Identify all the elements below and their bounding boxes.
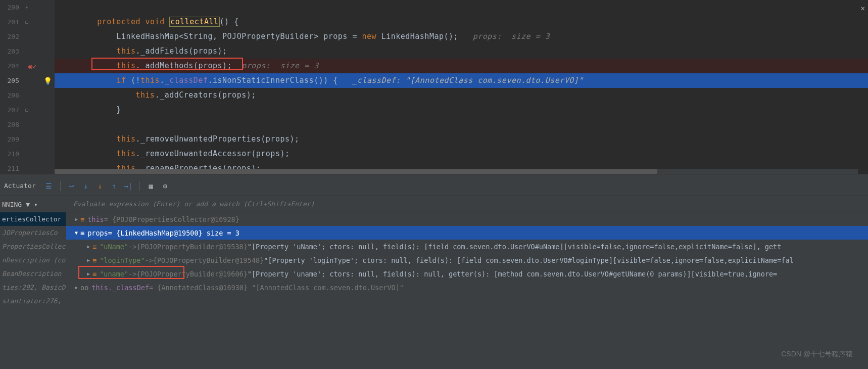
keyword: this xyxy=(140,76,160,85)
var-name: props xyxy=(87,229,108,237)
object-icon: ≡ xyxy=(92,243,97,251)
frames-header: NNING ▼ ▾ xyxy=(0,196,66,212)
line-number: 201 xyxy=(0,18,22,26)
inline-hint: props: size = 3 xyxy=(242,61,319,70)
keyword: this xyxy=(116,149,135,158)
keyword: protected xyxy=(97,17,140,26)
actuator-label: Actuator xyxy=(4,182,36,190)
highlight-box xyxy=(78,266,184,279)
thread-status: NNING xyxy=(2,201,22,208)
code-text: (! xyxy=(126,76,140,85)
line-number: 205 xyxy=(0,77,22,84)
var-value: "[Property 'uname'; ctors: null, field(s… xyxy=(248,270,777,278)
step-into-icon[interactable]: ↓ xyxy=(80,180,92,192)
variable-row[interactable]: ▶oothis._classDef = {AnnotatedClass@1693… xyxy=(66,281,868,294)
var-value: "[Property 'uName'; ctors: null, field(s… xyxy=(248,243,782,251)
line-number: 206 xyxy=(0,91,22,99)
filter-icon[interactable]: ▼ xyxy=(26,201,30,208)
method-name: collectAll xyxy=(169,17,219,27)
code-text xyxy=(59,90,136,100)
object-icon: ≡ xyxy=(80,215,84,223)
object-icon: ≡ xyxy=(92,256,97,264)
close-icon[interactable]: ✕ xyxy=(861,4,865,12)
stack-frame[interactable]: PropertiesCollec xyxy=(0,240,66,253)
frames-panel: NNING ▼ ▾ ertiesCollector ( JOProperties… xyxy=(0,196,66,369)
line-number: 204 xyxy=(0,62,22,70)
variable-row[interactable]: ▼≡props = {LinkedHashMap@19500} size = 3 xyxy=(66,226,868,240)
code-text: } xyxy=(59,105,121,114)
stack-frame[interactable]: BeanDescription xyxy=(0,267,66,281)
expand-icon[interactable]: ▶ xyxy=(84,257,92,263)
stack-frame[interactable]: ertiesCollector ( xyxy=(0,212,66,226)
keyword: void xyxy=(146,17,165,26)
code-text xyxy=(59,149,116,158)
expand-icon[interactable]: ▶ xyxy=(84,244,92,249)
keyword: this xyxy=(116,134,135,144)
line-number: 202 xyxy=(0,33,22,40)
fold-icon[interactable]: ⊟ xyxy=(25,107,28,113)
debug-toolbar: Actuator ☰ ⤻ ↓ ↓ ↑ →| ▦ ⚙ xyxy=(0,176,868,196)
inline-hint: _classDef: "[AnnotedClass com.seven.dto.… xyxy=(352,76,583,85)
force-step-into-icon[interactable]: ↓ xyxy=(94,180,106,192)
scrollbar-thumb[interactable] xyxy=(55,169,657,174)
code-text: LinkedHashMap<String, POJOPropertyBuilde… xyxy=(59,32,362,41)
map-entry-row[interactable]: ▶≡"uname" -> {POJOPropertyBuilder@19606}… xyxy=(66,267,868,281)
var-name: this xyxy=(87,215,104,223)
code-text xyxy=(59,76,116,85)
line-number: 208 xyxy=(0,121,22,128)
var-value: "[Property 'loginType'; ctors: null, fie… xyxy=(264,256,793,264)
code-text xyxy=(59,47,116,56)
map-key: "loginType" xyxy=(100,256,144,264)
run-to-cursor-icon[interactable]: →| xyxy=(122,180,134,192)
watermark: CSDN @十七号程序猿 xyxy=(781,350,853,359)
keyword: if xyxy=(116,76,126,85)
stack-frame[interactable]: stantiator:276, B xyxy=(0,294,66,308)
code-text: .isNonStaticInnerClass()) { xyxy=(208,76,352,85)
stack-frame[interactable]: ties:292, BasicDe xyxy=(0,281,66,294)
arrow-text: -> xyxy=(128,243,136,251)
line-number: 209 xyxy=(0,135,22,143)
variable-row[interactable]: ▶≡this = {POJOPropertiesCollector@16928} xyxy=(66,212,868,226)
expand-icon[interactable]: ▶ xyxy=(72,285,80,290)
watch-icon: oo xyxy=(80,284,88,292)
line-number: 211 xyxy=(0,165,22,172)
map-entry-row[interactable]: ▶≡"uName" -> {POJOPropertyBuilder@19538}… xyxy=(66,240,868,253)
var-name: this._classDef xyxy=(91,284,149,292)
line-number: 200 xyxy=(0,4,22,11)
step-out-icon[interactable]: ↑ xyxy=(108,180,120,192)
collapse-icon[interactable]: ▼ xyxy=(72,230,80,236)
map-entry-row[interactable]: ▶≡"loginType" -> {POJOPropertyBuilder@19… xyxy=(66,253,868,267)
settings-icon[interactable]: ⚙ xyxy=(159,180,171,192)
code-text: ._addFields(props); xyxy=(136,47,227,56)
line-number: 203 xyxy=(0,48,22,55)
stack-frame[interactable]: nDescription (co xyxy=(0,253,66,267)
fold-icon[interactable]: ▾ xyxy=(25,5,28,10)
var-value: = {POJOPropertiesCollector@16928} xyxy=(104,215,239,223)
arrow-text: -> xyxy=(145,256,153,264)
code-text: () { xyxy=(220,17,239,26)
code-content[interactable]: protected void collectAll() { LinkedHash… xyxy=(55,0,868,174)
map-key: "uName" xyxy=(100,243,128,251)
variables-panel: Evaluate expression (Enter) or add a wat… xyxy=(66,196,868,369)
code-text: ._addCreators(props); xyxy=(155,90,256,100)
horizontal-scrollbar[interactable] xyxy=(55,169,858,174)
intention-bulb-icon[interactable]: 💡 xyxy=(43,77,52,85)
highlight-box xyxy=(91,58,243,70)
object-addr: {POJOPropertyBuilder@19538} xyxy=(136,243,247,251)
fold-icon[interactable]: ⊟ xyxy=(25,19,28,25)
code-text xyxy=(59,134,116,144)
threads-icon[interactable]: ☰ xyxy=(43,180,55,192)
keyword: this xyxy=(116,47,135,56)
evaluate-icon[interactable]: ▦ xyxy=(145,180,157,192)
code-editor[interactable]: 200▾ 201⊟ 202 203 204◉✓ 205💡 206 207⊟ 20… xyxy=(0,0,868,174)
chevron-down-icon[interactable]: ▾ xyxy=(34,201,38,208)
step-over-icon[interactable]: ⤻ xyxy=(66,180,78,192)
gutter: 200▾ 201⊟ 202 203 204◉✓ 205💡 206 207⊟ 20… xyxy=(0,0,55,174)
evaluate-input[interactable]: Evaluate expression (Enter) or add a wat… xyxy=(66,196,868,212)
stack-frame[interactable]: JOPropertiesCo xyxy=(0,226,66,240)
expand-icon[interactable]: ▶ xyxy=(72,216,80,222)
code-text: LinkedHashMap(); xyxy=(376,32,473,41)
code-text: ._removeUnwantedProperties(props); xyxy=(136,134,300,144)
var-value: = {LinkedHashMap@19500} size = 3 xyxy=(108,229,239,237)
breakpoint-icon[interactable]: ◉✓ xyxy=(28,62,37,70)
